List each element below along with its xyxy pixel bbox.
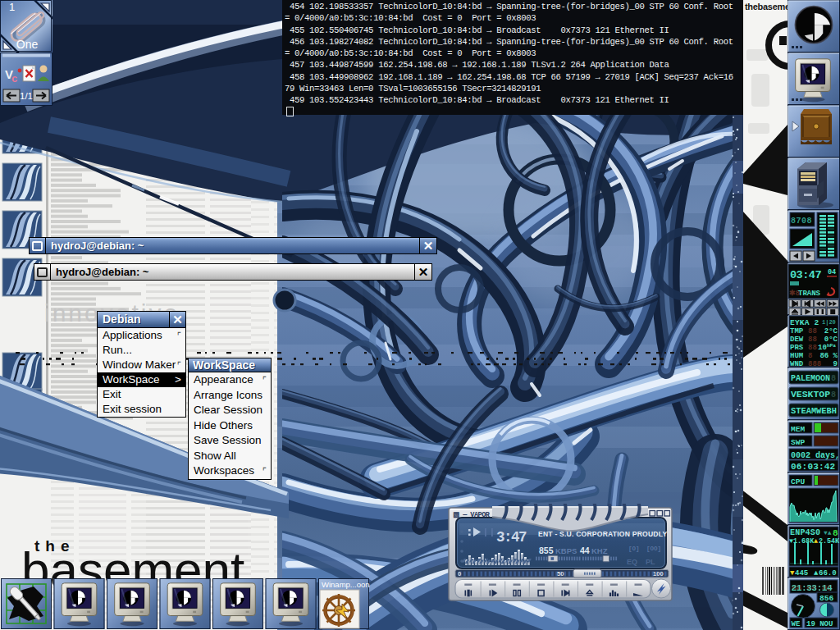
svg-text:Winamp...oon: Winamp...oon — [322, 580, 370, 589]
